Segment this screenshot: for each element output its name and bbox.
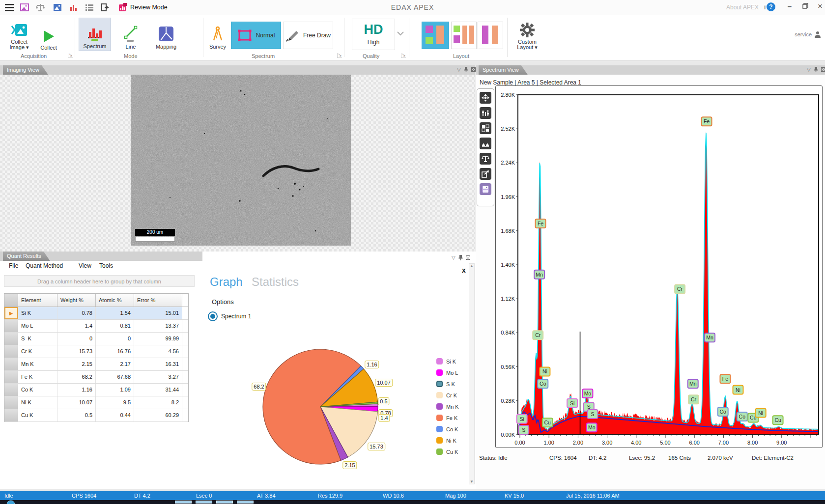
info-icon[interactable]: i — [764, 4, 766, 11]
collect-button[interactable]: Collect — [36, 19, 61, 52]
element-marker-s[interactable]: S — [518, 425, 529, 434]
row-selector[interactable]: ▶ — [4, 307, 18, 319]
scroll-up-icon[interactable]: ▲ — [470, 264, 474, 268]
quant-table-row[interactable]: Mn K2.152.1716.31 — [4, 358, 188, 371]
compare-scale-icon[interactable] — [480, 153, 491, 165]
column-header[interactable]: Atomic % — [96, 294, 134, 307]
chart-tool-icon[interactable] — [69, 3, 78, 12]
menu-tools[interactable]: Tools — [99, 262, 113, 269]
quality-chevron-icon[interactable] — [397, 31, 404, 36]
row-selector[interactable] — [4, 371, 18, 383]
element-marker-co[interactable]: Co — [538, 379, 548, 388]
spectrum-pin-icon[interactable] — [814, 67, 818, 72]
menu-quant-method[interactable]: Quant Method — [26, 262, 63, 269]
close-button[interactable]: × — [815, 2, 825, 11]
row-selector[interactable] — [4, 384, 18, 396]
restore-button[interactable] — [800, 2, 811, 11]
quant-table-row[interactable]: ▶Si K0.781.5415.01 — [4, 307, 188, 320]
image-tool-icon[interactable] — [20, 3, 29, 12]
user-indicator[interactable]: service — [795, 31, 821, 38]
survey-button[interactable]: Survey — [205, 18, 230, 51]
mode-mapping-button[interactable]: Mapping — [150, 18, 182, 51]
element-marker-s[interactable]: S — [588, 410, 598, 419]
peak-id-icon[interactable] — [480, 107, 491, 119]
spectrum-chart[interactable]: 0.00K0.28K0.56K0.84K1.12K1.40K1.68K1.96K… — [495, 85, 823, 448]
quant-table-row[interactable]: S K0099.99 — [4, 333, 188, 345]
exit-icon[interactable] — [101, 3, 110, 12]
spectrum-view-tab[interactable]: Spectrum View — [479, 65, 528, 75]
taskbar-window-thumb[interactable] — [237, 501, 254, 504]
layout-option-2[interactable] — [451, 22, 477, 49]
image-view-icon[interactable] — [53, 3, 62, 12]
quality-hd-button[interactable]: HD High — [352, 19, 395, 50]
about-apex-link[interactable]: About APEX — [726, 4, 759, 11]
element-marker-fe[interactable]: Fe — [720, 374, 730, 383]
element-marker-ni[interactable]: Ni — [540, 367, 550, 376]
free-draw-button[interactable]: Free Draw — [283, 22, 333, 49]
mode-line-button[interactable]: Line — [118, 18, 143, 51]
quant-table-row[interactable]: Cr K15.7316.764.56 — [4, 345, 188, 358]
element-marker-co[interactable]: Co — [718, 407, 728, 416]
element-marker-si[interactable]: Si — [567, 399, 577, 408]
element-marker-mn[interactable]: Mn — [705, 333, 715, 342]
quant-table-row[interactable]: Ni K10.079.58.2 — [4, 396, 188, 409]
element-marker-cr[interactable]: Cr — [675, 284, 685, 293]
element-marker-mn[interactable]: Mn — [534, 270, 544, 279]
sem-image[interactable]: 200 um — [131, 75, 351, 246]
quadrant-lock-icon[interactable] — [480, 122, 491, 134]
spectrum-normal-button[interactable]: Normal — [231, 22, 281, 49]
taskbar-window-thumb[interactable] — [196, 501, 212, 504]
quant-table-row[interactable]: Co K1.161.0931.44 — [4, 384, 188, 396]
export-icon[interactable] — [480, 168, 491, 180]
scroll-down-icon[interactable]: ▼ — [470, 479, 474, 484]
help-icon[interactable]: ? — [767, 2, 775, 11]
element-marker-cu[interactable]: Cu — [773, 416, 783, 424]
element-marker-fe[interactable]: Fe — [702, 117, 712, 126]
list-view-icon[interactable] — [85, 3, 94, 12]
os-taskbar[interactable] — [0, 500, 825, 504]
element-marker-si[interactable]: Si — [517, 415, 527, 423]
row-selector[interactable] — [4, 396, 18, 409]
quant-table-row[interactable]: Cu K0.50.4460.29 — [4, 409, 188, 422]
quant-table-row[interactable]: Mo L1.40.8113.37 — [4, 320, 188, 333]
balance-scale-icon[interactable] — [36, 3, 45, 12]
column-header[interactable]: Element — [18, 294, 57, 307]
layout-option-1[interactable] — [422, 22, 449, 49]
row-selector[interactable] — [4, 320, 18, 332]
imaging-dropdown-icon[interactable]: ▽ — [457, 67, 461, 72]
imaging-pin-icon[interactable] — [464, 67, 468, 72]
element-marker-cr[interactable]: Cr — [533, 331, 543, 339]
quant-results-tab[interactable]: Quant Results — [3, 252, 50, 261]
element-marker-mo[interactable]: Mo — [587, 423, 597, 432]
graph-scrollbar[interactable]: ▲▼ — [469, 263, 475, 484]
save-icon[interactable] — [480, 183, 491, 195]
element-marker-ni[interactable]: Ni — [756, 409, 766, 418]
element-marker-mn[interactable]: Mn — [688, 379, 698, 388]
imaging-float-icon[interactable] — [471, 67, 476, 72]
mode-spectrum-button[interactable]: Spectrum — [79, 18, 111, 51]
quality-dialog-launcher[interactable]: ↘ — [401, 53, 406, 58]
fit-view-icon[interactable] — [480, 92, 491, 104]
element-marker-ni[interactable]: Ni — [733, 386, 743, 394]
spectrum-float-icon[interactable] — [821, 67, 825, 72]
row-selector[interactable] — [4, 358, 18, 370]
element-marker-mo[interactable]: Mo — [582, 389, 593, 398]
custom-layout-button[interactable]: Custom Layout ▾ — [511, 18, 543, 52]
minimize-button[interactable]: – — [784, 2, 795, 11]
acquisition-dialog-launcher[interactable]: ↘ — [68, 53, 73, 58]
column-header[interactable]: Weight % — [57, 294, 96, 307]
column-header[interactable]: Error % — [134, 294, 182, 307]
spectrum-dialog-launcher[interactable]: ↘ — [337, 53, 342, 58]
layout-option-3[interactable] — [478, 22, 503, 49]
element-marker-co[interactable]: Co — [737, 412, 747, 421]
taskbar-window-thumb[interactable] — [216, 501, 233, 504]
imaging-view-tab[interactable]: Imaging View — [3, 65, 48, 75]
menu-file[interactable]: File — [9, 262, 18, 269]
element-marker-cu[interactable]: Cu — [542, 418, 553, 427]
background-fit-icon[interactable] — [480, 138, 491, 149]
row-selector[interactable] — [4, 333, 18, 345]
quant-table-row[interactable]: Fe K68.267.683.27 — [4, 371, 188, 384]
spectrum-dropdown-icon[interactable]: ▽ — [807, 67, 811, 72]
collect-image-button[interactable]: Collect Image ▾ — [6, 19, 32, 52]
row-selector[interactable] — [4, 345, 18, 358]
